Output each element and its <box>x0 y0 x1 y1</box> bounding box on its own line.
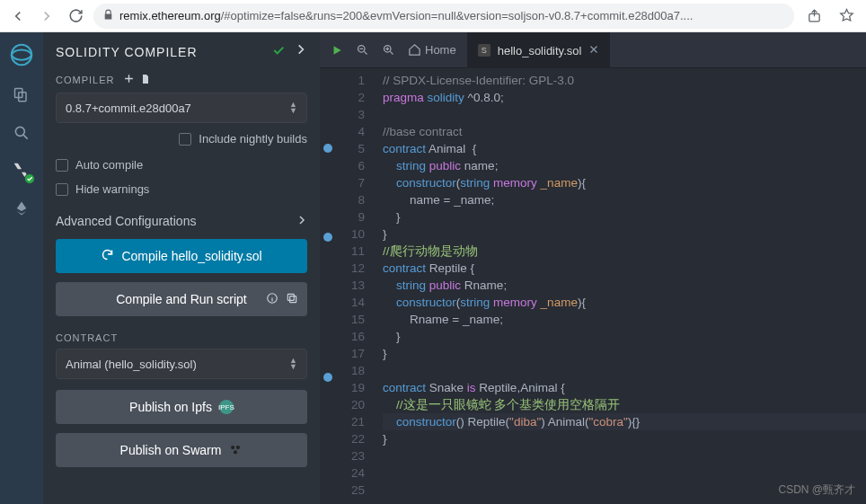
breakpoint-gutter[interactable] <box>320 68 336 504</box>
publish-ipfs-label: Publish on Ipfs <box>129 400 212 414</box>
code-lines[interactable]: // SPDX-License-Identifier: GPL-3.0pragm… <box>374 68 866 504</box>
select-chevron-icon: ▲▼ <box>289 358 297 370</box>
code-editor[interactable]: 1234567891011121314151617181920212223242… <box>320 68 866 504</box>
nav-forward-icon[interactable] <box>36 5 57 27</box>
svg-point-1 <box>12 45 32 66</box>
info-icon[interactable] <box>266 292 278 307</box>
publish-ipfs-button[interactable]: Publish on Ipfs IPFS <box>56 390 307 424</box>
line-number-gutter: 1234567891011121314151617181920212223242… <box>336 68 374 504</box>
compile-button-label: Compile hello_solidity.sol <box>121 249 261 263</box>
add-compiler-icon[interactable] <box>123 73 135 87</box>
solidity-compiler-icon[interactable] <box>11 160 32 181</box>
zoom-out-icon[interactable] <box>356 43 369 57</box>
file-tab[interactable]: S hello_solidity.sol <box>467 32 611 68</box>
file-explorer-icon[interactable] <box>11 84 32 106</box>
svg-point-9 <box>236 446 240 449</box>
share-icon[interactable] <box>801 8 826 23</box>
compile-success-badge-icon <box>24 173 35 184</box>
home-tab[interactable]: Home <box>408 43 456 57</box>
advanced-config-toggle[interactable]: Advanced Configurations <box>56 214 307 228</box>
publish-swarm-label: Publish on Swarm <box>120 443 222 457</box>
contract-select[interactable]: Animal (hello_solidity.sol) ▲▼ <box>56 349 307 379</box>
ipfs-icon: IPFS <box>219 400 234 414</box>
editor-area: Home S hello_solidity.sol 12345678910111… <box>320 32 866 504</box>
svg-point-4 <box>15 127 24 136</box>
copy-icon[interactable] <box>286 292 298 307</box>
compile-run-label: Compile and Run script <box>116 292 247 306</box>
home-label: Home <box>425 43 456 57</box>
bookmark-star-icon[interactable] <box>834 8 859 23</box>
swarm-icon <box>228 443 243 457</box>
svg-rect-7 <box>287 294 294 300</box>
svg-rect-6 <box>290 296 296 302</box>
watermark: CSDN @甄齐才 <box>778 482 855 499</box>
close-tab-icon[interactable] <box>588 44 599 57</box>
contract-selected-value: Animal (hello_solidity.sol) <box>66 358 197 371</box>
compiler-label-row: COMPILER <box>56 73 307 87</box>
compiler-select[interactable]: 0.8.7+commit.e28d00a7 ▲▼ <box>56 93 307 123</box>
publish-swarm-button[interactable]: Publish on Swarm <box>56 433 307 467</box>
hide-warnings-checkbox[interactable]: Hide warnings <box>56 182 307 196</box>
sidebar-title: SOLIDITY COMPILER <box>56 45 198 59</box>
search-panel-icon[interactable] <box>11 122 32 144</box>
browser-bar: remix.ethereum.org/#optimize=false&runs=… <box>0 0 866 32</box>
url-bar[interactable]: remix.ethereum.org/#optimize=false&runs=… <box>93 4 794 29</box>
url-text: remix.ethereum.org/#optimize=false&runs=… <box>119 9 785 22</box>
icon-bar <box>0 32 43 504</box>
nav-reload-icon[interactable] <box>65 5 86 27</box>
nav-back-icon[interactable] <box>7 5 29 27</box>
file-icon[interactable] <box>140 73 151 87</box>
compiler-sidebar: SOLIDITY COMPILER COMPILER 0.8.7+commit.… <box>43 32 320 504</box>
compiler-label: COMPILER <box>56 75 114 85</box>
select-chevron-icon: ▲▼ <box>289 102 297 114</box>
run-icon[interactable] <box>331 44 343 57</box>
refresh-icon <box>101 248 114 264</box>
deploy-panel-icon[interactable] <box>11 198 32 219</box>
check-icon <box>271 43 286 60</box>
forward-run-icon[interactable] <box>295 43 307 60</box>
remix-logo-icon[interactable] <box>8 41 35 68</box>
compile-run-button[interactable]: Compile and Run script <box>56 282 307 316</box>
svg-point-8 <box>231 446 234 449</box>
auto-compile-checkbox[interactable]: Auto compile <box>56 158 307 172</box>
compiler-selected-value: 0.8.7+commit.e28d00a7 <box>66 102 191 115</box>
compile-button[interactable]: Compile hello_solidity.sol <box>56 239 307 273</box>
file-tab-label: hello_solidity.sol <box>498 44 582 57</box>
zoom-in-icon[interactable] <box>382 43 395 57</box>
lock-icon <box>102 9 114 23</box>
app-root: SOLIDITY COMPILER COMPILER 0.8.7+commit.… <box>0 32 866 504</box>
chevron-right-icon <box>296 214 307 228</box>
svg-point-10 <box>234 450 237 454</box>
include-nightly-checkbox[interactable]: Include nightly builds <box>56 132 307 146</box>
editor-toolbar: Home S hello_solidity.sol <box>320 32 866 68</box>
contract-label: CONTRACT <box>56 332 307 343</box>
solidity-file-icon: S <box>478 44 490 57</box>
